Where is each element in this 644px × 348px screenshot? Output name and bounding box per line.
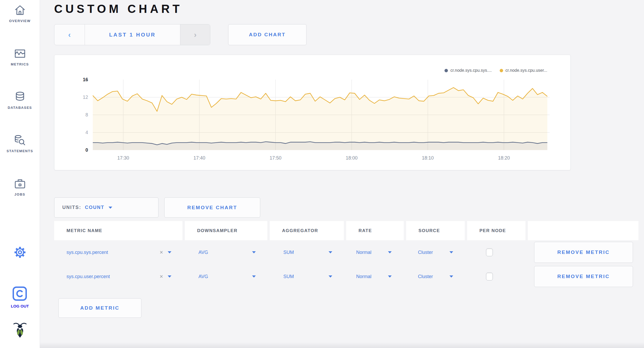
statements-icon	[13, 134, 27, 147]
chevron-down-icon[interactable]	[168, 251, 171, 253]
chevron-down-icon[interactable]	[329, 275, 332, 278]
svg-text:17:30: 17:30	[117, 155, 129, 161]
cockroach-c-icon	[12, 286, 27, 302]
units-label: UNITS:	[62, 205, 81, 210]
column-header-actions	[528, 221, 638, 240]
legend-label: cr.node.sys.cpu.sys....	[450, 68, 492, 73]
remove-metric-button[interactable]: REMOVE METRIC	[534, 242, 633, 263]
legend-dot-user	[500, 69, 503, 72]
sidebar-logout[interactable]: LOG OUT	[11, 286, 29, 308]
sidebar-item-metrics[interactable]: METRICS	[11, 47, 29, 66]
table-row: sys.cpu.user.percent ✕ AVG SUM Normal Cl…	[54, 264, 638, 289]
aggregator-dropdown[interactable]: SUM	[283, 274, 294, 279]
chevron-down-icon[interactable]	[329, 251, 332, 253]
sidebar-item-label: STATEMENTS	[7, 149, 33, 153]
home-icon	[13, 4, 27, 17]
chevron-down-icon[interactable]	[168, 275, 171, 278]
sidebar-item-jobs[interactable]: JOBS	[13, 177, 27, 196]
logout-label: LOG OUT	[11, 304, 29, 308]
column-header-rate: RATE	[346, 221, 404, 240]
cockroach-bug-logo	[13, 322, 27, 339]
chevron-down-icon[interactable]	[252, 275, 256, 278]
metrics-table-body: sys.cpu.sys.percent ✕ AVG SUM Normal Clu…	[54, 240, 638, 289]
column-header-metric-name: METRIC NAME	[54, 221, 182, 240]
chevron-right-icon: ›	[194, 30, 197, 39]
chart-card: 17:3017:4017:5018:0018:1018:200481216 cr…	[54, 55, 571, 170]
toolbar: ‹ LAST 1 HOUR › ADD CHART	[54, 24, 644, 45]
time-range-next-button[interactable]: ›	[180, 24, 210, 45]
svg-text:17:50: 17:50	[270, 155, 282, 161]
svg-text:16: 16	[83, 77, 88, 82]
svg-text:12: 12	[83, 95, 88, 100]
chart-controls: UNITS: COUNT REMOVE CHART	[54, 197, 644, 218]
per-node-checkbox[interactable]	[486, 273, 493, 280]
add-metric-button[interactable]: ADD METRIC	[58, 298, 141, 318]
add-chart-button[interactable]: ADD CHART	[228, 24, 306, 45]
jobs-icon	[13, 177, 27, 190]
page-title: CUSTOM CHART	[54, 2, 644, 16]
column-header-per-node: PER NODE	[467, 221, 525, 240]
chart-legend: cr.node.sys.cpu.sys.... cr.node.sys.cpu.…	[444, 68, 547, 73]
column-header-source: SOURCE	[406, 221, 465, 240]
legend-item[interactable]: cr.node.sys.cpu.sys....	[444, 68, 492, 73]
legend-item[interactable]: cr.node.sys.cpu.user...	[500, 68, 547, 73]
svg-text:18:00: 18:00	[346, 155, 357, 161]
metrics-table: METRIC NAME DOWNSAMPLER AGGREGATOR RATE …	[54, 221, 638, 289]
table-row: sys.cpu.sys.percent ✕ AVG SUM Normal Clu…	[54, 240, 638, 264]
source-dropdown[interactable]: Cluster	[418, 274, 433, 279]
per-node-checkbox[interactable]	[486, 248, 493, 256]
units-value: COUNT	[85, 205, 104, 210]
chevron-left-icon: ‹	[68, 30, 71, 39]
metrics-table-header: METRIC NAME DOWNSAMPLER AGGREGATOR RATE …	[54, 221, 638, 240]
sidebar-item-statements[interactable]: STATEMENTS	[7, 134, 33, 153]
time-range-prev-button[interactable]: ‹	[54, 24, 85, 45]
rate-dropdown[interactable]: Normal	[356, 274, 371, 279]
time-range-label[interactable]: LAST 1 HOUR	[85, 24, 180, 45]
clear-metric-icon[interactable]: ✕	[160, 274, 163, 279]
svg-text:8: 8	[85, 112, 88, 117]
sidebar: OVERVIEW METRICS DATABASES	[0, 0, 40, 348]
clear-metric-icon[interactable]: ✕	[160, 250, 163, 255]
gear-icon	[13, 246, 27, 259]
database-icon	[13, 90, 27, 104]
sidebar-item-label: JOBS	[14, 192, 25, 196]
metrics-icon	[13, 47, 27, 60]
main-content: CUSTOM CHART ‹ LAST 1 HOUR › ADD CHART 1…	[40, 0, 644, 318]
column-header-aggregator: AGGREGATOR	[270, 221, 344, 240]
downsampler-dropdown[interactable]: AVG	[198, 274, 208, 279]
units-dropdown[interactable]: UNITS: COUNT	[54, 197, 159, 218]
sidebar-item-label: METRICS	[11, 62, 29, 66]
svg-text:4: 4	[85, 130, 88, 135]
chevron-down-icon[interactable]	[449, 251, 453, 253]
source-dropdown[interactable]: Cluster	[418, 250, 433, 255]
sidebar-settings[interactable]	[13, 246, 27, 259]
sidebar-item-overview[interactable]: OVERVIEW	[9, 4, 31, 23]
metric-name-link[interactable]: sys.cpu.sys.percent	[67, 250, 108, 255]
svg-text:17:40: 17:40	[193, 155, 205, 161]
time-range-selector: ‹ LAST 1 HOUR ›	[54, 24, 210, 45]
rate-dropdown[interactable]: Normal	[356, 250, 371, 255]
metric-name-link[interactable]: sys.cpu.user.percent	[67, 274, 110, 279]
svg-text:18:20: 18:20	[498, 155, 510, 161]
remove-metric-button[interactable]: REMOVE METRIC	[534, 266, 633, 287]
chevron-down-icon[interactable]	[388, 275, 392, 278]
sidebar-item-label: DATABASES	[8, 106, 32, 110]
sidebar-item-databases[interactable]: DATABASES	[8, 90, 32, 110]
legend-label: cr.node.sys.cpu.user...	[505, 68, 547, 73]
aggregator-dropdown[interactable]: SUM	[283, 250, 294, 255]
svg-text:18:10: 18:10	[422, 155, 434, 161]
remove-chart-button[interactable]: REMOVE CHART	[164, 197, 260, 218]
bottom-shadow	[40, 342, 644, 348]
sidebar-item-label: OVERVIEW	[9, 19, 31, 23]
chevron-down-icon[interactable]	[449, 275, 453, 278]
svg-text:0: 0	[85, 147, 88, 153]
downsampler-dropdown[interactable]: AVG	[198, 250, 208, 255]
legend-dot-sys	[444, 69, 448, 72]
column-header-downsampler: DOWNSAMPLER	[185, 221, 267, 240]
chevron-down-icon[interactable]	[252, 251, 256, 253]
chevron-down-icon	[109, 207, 112, 209]
chevron-down-icon[interactable]	[388, 251, 392, 253]
